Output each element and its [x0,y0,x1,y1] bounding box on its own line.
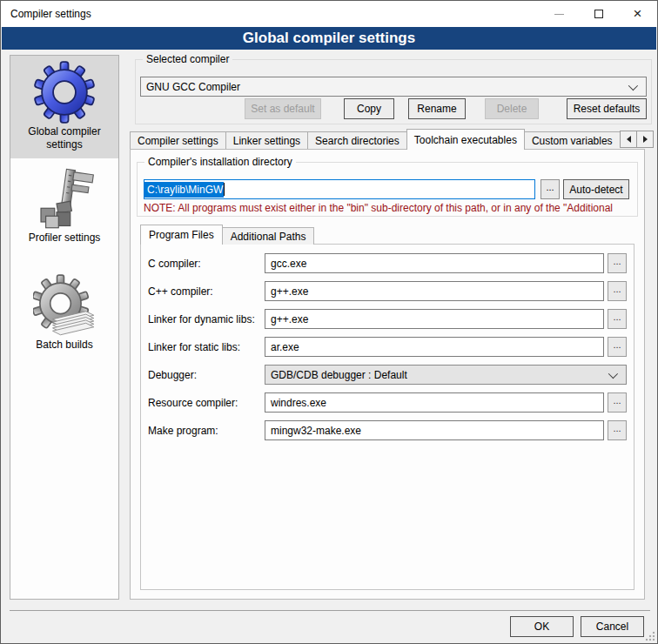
sidebar-item-label: Global compiler settings [10,124,118,158]
sidebar-item-label: Profiler settings [25,230,104,252]
window-title: Compiler settings [1,8,91,20]
tab-custom-variables[interactable]: Custom variables [524,131,620,150]
set-as-default-button[interactable]: Set as default [245,98,321,119]
cpp-compiler-label: C++ compiler: [148,285,265,298]
reset-defaults-button[interactable]: Reset defaults [567,98,647,119]
sidebar-item-batch-builds[interactable]: Batch builds [10,274,118,359]
text-caret [224,183,225,196]
maximize-button[interactable] [579,1,618,27]
dynamic-linker-browse-button[interactable]: ... [608,309,627,329]
cpp-compiler-value: g++.exe [271,285,308,298]
static-linker-label: Linker for static libs: [148,341,265,353]
static-linker-value: ar.exe [271,341,299,353]
settings-tab-strip: Compiler settings Linker settings Search… [130,129,620,150]
selected-compiler-group-label: Selected compiler [143,53,232,65]
resource-compiler-input[interactable]: windres.exe [265,392,604,413]
sidebar-item-profiler-settings[interactable]: Profiler settings [10,167,118,252]
field-row-debugger: Debugger: GDB/CDB debugger : Default [148,365,627,385]
close-icon: × [634,10,642,18]
compiler-select[interactable]: GNU GCC Compiler [140,77,647,97]
delete-button[interactable]: Delete [485,98,539,119]
tab-program-files[interactable]: Program Files [140,225,223,245]
static-linker-input[interactable]: ar.exe [265,337,604,357]
tab-scroll-buttons [621,131,654,148]
minimize-button[interactable] [540,1,579,27]
field-row-make-program: Make program: mingw32-make.exe ... [148,420,627,440]
program-files-tab-strip: Program Files Additional Paths [140,225,313,245]
program-files-panel: C compiler: gcc.exe ... C++ compiler: g+… [140,244,634,590]
banner-title: Global compiler settings [243,30,415,47]
field-row-dynamic-linker: Linker for dynamic libs: g++.exe ... [148,309,627,329]
installation-directory-input[interactable]: C:\raylib\MinGW [144,179,535,199]
tab-scroll-left-button[interactable] [620,131,637,148]
caliper-icon [33,167,96,230]
cpp-compiler-input[interactable]: g++.exe [265,281,604,301]
cpp-compiler-browse-button[interactable]: ... [608,281,627,301]
close-button[interactable]: × [618,1,657,27]
debugger-label: Debugger: [148,369,265,381]
tab-scroll-left-icon [627,136,631,143]
tab-scroll-right-icon [643,136,648,143]
settings-category-sidebar: Global compiler settings [10,55,119,600]
sidebar-item-global-compiler-settings[interactable]: Global compiler settings [10,56,118,158]
dynamic-linker-label: Linker for dynamic libs: [148,313,265,325]
blue-gear-icon [33,61,96,124]
c-compiler-browse-button[interactable]: ... [608,253,627,273]
window-controls: × [540,1,657,27]
tab-linker-settings[interactable]: Linker settings [225,131,308,150]
tab-toolchain-executables[interactable]: Toolchain executables [406,129,525,150]
minimize-icon [554,14,564,15]
tab-additional-paths[interactable]: Additional Paths [222,227,315,245]
copy-button[interactable]: Copy [344,98,394,119]
ok-button[interactable]: OK [510,616,574,637]
tab-scroll-right-button[interactable] [636,131,654,148]
field-row-static-linker: Linker for static libs: ar.exe ... [148,337,627,357]
make-program-input[interactable]: mingw32-make.exe [265,420,604,440]
chevron-down-icon [628,80,638,90]
static-linker-browse-button[interactable]: ... [608,337,627,357]
resource-compiler-value: windres.exe [271,397,326,409]
c-compiler-input[interactable]: gcc.exe [265,253,604,273]
browse-directory-button[interactable]: ... [540,179,560,199]
title-bar[interactable]: Compiler settings × [1,1,657,27]
sidebar-item-label: Batch builds [32,337,96,359]
resource-compiler-label: Resource compiler: [148,397,265,409]
c-compiler-label: C compiler: [148,258,265,270]
dialog-banner: Global compiler settings [2,27,656,50]
cancel-button[interactable]: Cancel [581,616,644,637]
make-program-value: mingw32-make.exe [271,425,361,437]
chevron-down-icon [608,368,618,378]
maximize-icon [594,10,603,18]
make-program-browse-button[interactable]: ... [608,420,627,440]
resize-grip[interactable] [644,630,655,641]
make-program-label: Make program: [148,425,265,437]
field-row-c-compiler: C compiler: gcc.exe ... [148,253,627,273]
gray-gear-stack-icon [33,274,96,337]
installation-directory-value: C:\raylib\MinGW [144,182,224,198]
rename-button[interactable]: Rename [408,98,466,119]
compiler-settings-dialog: Compiler settings × Global compiler sett… [0,0,658,644]
debugger-select[interactable]: GDB/CDB debugger : Default [265,365,627,385]
field-row-resource-compiler: Resource compiler: windres.exe ... [148,392,627,413]
dynamic-linker-input[interactable]: g++.exe [265,309,604,329]
bin-subdirectory-note: NOTE: All programs must exist either in … [144,202,636,214]
debugger-select-value: GDB/CDB debugger : Default [271,369,608,381]
compiler-select-value: GNU GCC Compiler [141,81,628,93]
installation-directory-group-label: Compiler's installation directory [144,156,296,168]
tab-compiler-settings[interactable]: Compiler settings [130,131,226,150]
tab-search-directories[interactable]: Search directories [307,131,407,150]
resource-compiler-browse-button[interactable]: ... [608,392,627,413]
dynamic-linker-value: g++.exe [271,313,308,325]
auto-detect-button[interactable]: Auto-detect [563,179,629,199]
footer-separator [10,610,650,611]
field-row-cpp-compiler: C++ compiler: g++.exe ... [148,281,627,301]
c-compiler-value: gcc.exe [271,258,306,270]
